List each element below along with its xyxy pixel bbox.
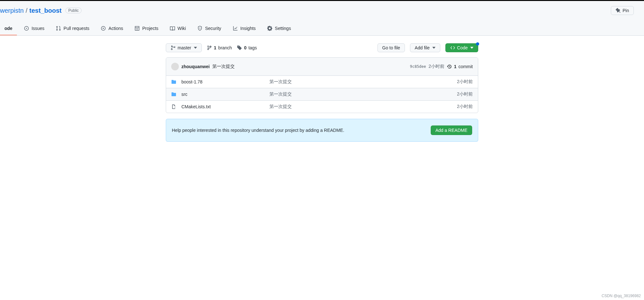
branches-link[interactable]: 1 branch bbox=[207, 45, 232, 50]
title-row: werpistn / test_boost Public Pin bbox=[0, 6, 634, 15]
notification-dot bbox=[476, 42, 479, 46]
pin-button[interactable]: Pin bbox=[611, 6, 634, 15]
file-commit-message[interactable]: 第一次提交 bbox=[269, 104, 452, 110]
pin-icon bbox=[616, 8, 621, 13]
issue-icon bbox=[24, 26, 29, 31]
commit-time: 2小时前 bbox=[428, 64, 444, 69]
action-bar: master 1 branch 0 tags Go to file Add fi… bbox=[166, 43, 478, 52]
path-separator: / bbox=[26, 7, 27, 14]
file-time: 2小时前 bbox=[457, 91, 473, 97]
file-rows: boost-1.78第一次提交2小时前src第一次提交2小时前CMakeList… bbox=[166, 76, 478, 113]
history-icon bbox=[447, 64, 452, 69]
tab-insights[interactable]: Insights bbox=[228, 23, 260, 35]
branch-select-button[interactable]: master bbox=[166, 43, 202, 52]
svg-rect-2 bbox=[200, 28, 200, 29]
gear-icon bbox=[267, 26, 272, 31]
table-icon bbox=[135, 26, 140, 31]
visibility-badge: Public bbox=[65, 8, 82, 13]
caret-down-icon bbox=[470, 47, 473, 49]
file-commit-message[interactable]: 第一次提交 bbox=[269, 91, 452, 97]
tab-settings[interactable]: Settings bbox=[263, 23, 296, 35]
file-commit-message[interactable]: 第一次提交 bbox=[269, 79, 452, 85]
main-container: master 1 branch 0 tags Go to file Add fi… bbox=[161, 43, 483, 142]
readme-prompt: Help people interested in this repositor… bbox=[166, 119, 478, 142]
file-name-link[interactable]: src bbox=[181, 92, 264, 97]
repo-nav: ode Issues Pull requests Actions Project… bbox=[0, 23, 634, 35]
git-branch-icon bbox=[171, 45, 176, 50]
file-list-box: zhouquanwei 第一次提交 9c85dee 2小时前 1 commit … bbox=[166, 57, 478, 113]
graph-icon bbox=[233, 26, 238, 31]
svg-point-1 bbox=[200, 27, 200, 28]
pull-request-icon bbox=[56, 26, 61, 31]
book-icon bbox=[170, 26, 175, 31]
repo-owner-link[interactable]: werpistn bbox=[0, 7, 24, 14]
commits-link[interactable]: 1 commit bbox=[447, 64, 473, 69]
caret-down-icon bbox=[194, 47, 197, 49]
tab-code[interactable]: ode bbox=[0, 23, 17, 35]
folder-icon bbox=[171, 92, 176, 97]
go-to-file-button[interactable]: Go to file bbox=[377, 43, 405, 52]
repo-name-link[interactable]: test_boost bbox=[29, 7, 62, 14]
tab-security[interactable]: Security bbox=[193, 23, 226, 35]
commit-author-link[interactable]: zhouquanwei bbox=[181, 64, 210, 69]
file-time: 2小时前 bbox=[457, 79, 473, 85]
add-file-button[interactable]: Add file bbox=[410, 43, 440, 52]
svg-point-0 bbox=[26, 28, 27, 29]
latest-commit-header: zhouquanwei 第一次提交 9c85dee 2小时前 1 commit bbox=[166, 58, 478, 76]
code-icon bbox=[450, 45, 455, 50]
tag-icon bbox=[237, 45, 242, 50]
tags-link[interactable]: 0 tags bbox=[237, 45, 257, 50]
add-readme-button[interactable]: Add a README bbox=[431, 125, 472, 135]
file-icon bbox=[171, 104, 176, 109]
play-icon bbox=[101, 26, 106, 31]
tab-projects[interactable]: Projects bbox=[130, 23, 163, 35]
table-row: boost-1.78第一次提交2小时前 bbox=[166, 76, 478, 88]
git-branch-icon bbox=[207, 45, 212, 50]
tab-issues[interactable]: Issues bbox=[19, 23, 49, 35]
caret-down-icon bbox=[432, 47, 435, 49]
commit-message-link[interactable]: 第一次提交 bbox=[212, 64, 235, 69]
pin-label: Pin bbox=[623, 8, 629, 13]
page-header: werpistn / test_boost Public Pin ode Iss… bbox=[0, 1, 644, 36]
file-time: 2小时前 bbox=[457, 104, 473, 110]
commit-sha-link[interactable]: 9c85dee bbox=[410, 64, 426, 69]
avatar[interactable] bbox=[171, 63, 179, 70]
code-button[interactable]: Code bbox=[445, 43, 478, 52]
file-name-link[interactable]: boost-1.78 bbox=[181, 79, 264, 84]
table-row: CMakeLists.txt第一次提交2小时前 bbox=[166, 100, 478, 113]
tab-wiki[interactable]: Wiki bbox=[165, 23, 190, 35]
repo-title: werpistn / test_boost Public bbox=[0, 7, 611, 14]
readme-prompt-text: Help people interested in this repositor… bbox=[172, 128, 344, 133]
tab-actions[interactable]: Actions bbox=[96, 23, 128, 35]
folder-icon bbox=[171, 79, 176, 84]
table-row: src第一次提交2小时前 bbox=[166, 88, 478, 100]
tab-pulls[interactable]: Pull requests bbox=[51, 23, 94, 35]
file-name-link[interactable]: CMakeLists.txt bbox=[181, 104, 264, 109]
shield-icon bbox=[197, 26, 202, 31]
